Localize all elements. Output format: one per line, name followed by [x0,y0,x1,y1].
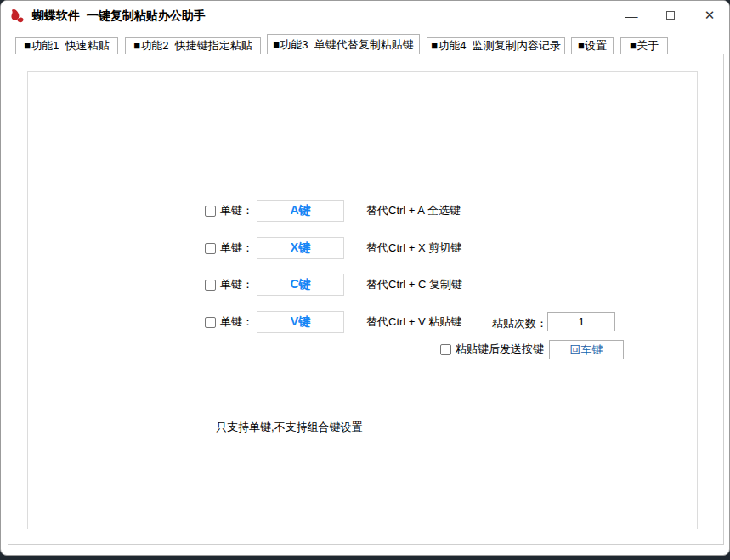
settings-groupbox [27,71,698,529]
paste-count-input[interactable] [547,312,615,331]
titlebar: 蝴蝶软件 一键复制粘贴办公助手 — ✕ [1,1,729,31]
tab-function4-clipboard-watch[interactable]: ■功能4 监测复制内容记录 [427,37,565,54]
key-c-button[interactable]: C键 [257,274,344,296]
maximize-box-glyph [666,11,675,20]
maximize-icon[interactable] [651,1,690,30]
key-a-button[interactable]: A键 [257,200,344,222]
row-key-v: 单键： V键 替代Ctrl + V 粘贴键 [205,311,461,333]
send-key-row: 粘贴键后发送按键 [440,339,544,359]
minimize-icon[interactable]: — [612,1,651,30]
paste-count-label: 粘贴次数： [492,316,547,331]
tab-function2-hotkey-paste[interactable]: ■功能2 快捷键指定粘贴 [125,37,261,54]
close-icon[interactable]: ✕ [690,1,729,30]
window-controls: — ✕ [612,1,729,30]
key-c-description: 替代Ctrl + C 复制键 [366,277,462,292]
butterfly-icon [9,8,26,24]
tab-function1-quick-paste[interactable]: ■功能1 快速粘贴 [15,37,118,54]
send-key-label: 粘贴键后发送按键 [456,342,544,357]
row-key-a: 单键： A键 替代Ctrl + A 全选键 [205,200,461,222]
enter-key-button[interactable]: 回车键 [549,340,624,359]
key-v-label: 单键： [220,314,253,330]
row-key-c: 单键： C键 替代Ctrl + C 复制键 [205,274,462,296]
key-x-button[interactable]: X键 [257,237,344,259]
row-key-x: 单键： X键 替代Ctrl + X 剪切键 [205,237,461,259]
window-title: 蝴蝶软件 一键复制粘贴办公助手 [32,8,206,24]
tab-settings[interactable]: ■设置 [571,37,614,54]
app-window: 蝴蝶软件 一键复制粘贴办公助手 — ✕ ■功能1 快速粘贴 ■功能2 快捷键指定… [0,0,730,556]
tab-about[interactable]: ■关于 [620,37,668,54]
key-v-description: 替代Ctrl + V 粘贴键 [366,314,461,330]
key-a-description: 替代Ctrl + A 全选键 [366,203,461,218]
key-v-checkbox[interactable] [205,317,216,328]
key-x-label: 单键： [220,240,253,256]
key-c-label: 单键： [220,277,253,292]
key-x-description: 替代Ctrl + X 剪切键 [366,240,461,256]
key-x-checkbox[interactable] [205,243,216,254]
single-key-note: 只支持单键,不支持组合键设置 [216,420,363,435]
tab-function3-single-key[interactable]: ■功能3 单键代替复制粘贴键 [267,34,420,54]
key-a-label: 单键： [220,203,253,218]
key-a-checkbox[interactable] [205,206,216,217]
key-c-checkbox[interactable] [205,280,216,291]
key-v-button[interactable]: V键 [257,311,344,333]
send-key-checkbox[interactable] [440,344,451,355]
